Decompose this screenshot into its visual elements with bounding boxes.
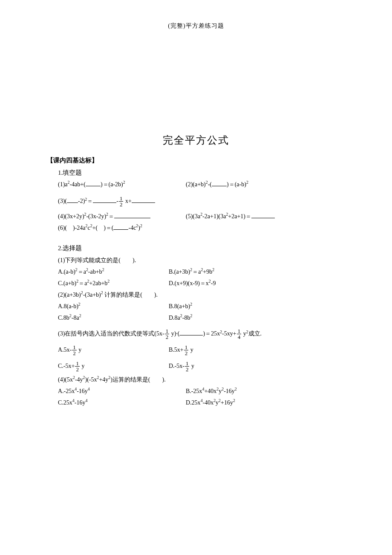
- text: A.(a-b): [58, 269, 75, 275]
- q2-2-option-b[interactable]: B.8(a+b)2: [169, 302, 345, 311]
- text: (3)在括号内选入适当的代数式使等式(5x-: [58, 330, 164, 337]
- fraction: 12: [72, 344, 77, 356]
- text: )＝25x: [203, 330, 220, 337]
- sup: 4: [85, 398, 87, 403]
- text: y: [242, 330, 246, 337]
- text: -4c: [128, 225, 136, 231]
- text: )-24a: [73, 225, 86, 231]
- text: )(-5x: [85, 376, 97, 383]
- q1-item-3: (3)(-2)2＝-12 x+: [58, 196, 345, 208]
- text: -(: [208, 181, 212, 188]
- text: y: [77, 347, 82, 353]
- q2-2-option-d[interactable]: D.8a2-8b2: [169, 313, 345, 322]
- numerator: 1: [184, 344, 189, 350]
- text: +16y: [221, 399, 233, 406]
- text: -5xy+: [222, 330, 236, 337]
- q2-4-row-cd: C.25x4-16y4 D.25x4-40x2y2+16y2: [58, 398, 345, 407]
- text: )＝(: [104, 225, 113, 231]
- text: -: [116, 198, 118, 204]
- q2-1-row-ab: A.(a-b)2＝a2-ab+b2 B.(a+3b)2＝a2+9b2: [58, 267, 345, 276]
- fraction: 12: [75, 361, 80, 373]
- text: )＝(a-b): [227, 181, 246, 188]
- q2-3-option-c[interactable]: C.-5x+12 y: [58, 361, 169, 373]
- numerator: 1: [185, 361, 190, 367]
- sup: 2: [212, 267, 214, 272]
- q2-4-option-b[interactable]: B.-25x4+40x2y2-16y2: [186, 387, 345, 396]
- text: ＝a: [78, 269, 86, 275]
- q2-1-option-a[interactable]: A.(a-b)2＝a2-ab+b2: [58, 267, 169, 276]
- q2-1-option-c[interactable]: C.(a+b)2＝a2+2ab+b2: [58, 279, 169, 288]
- q2-3-option-a[interactable]: A.5x-12 y: [58, 344, 169, 356]
- text: B.-25x: [186, 388, 202, 394]
- fill-blank[interactable]: [113, 223, 128, 230]
- q2-3-question: (3)在括号内选入适当的代数式使等式(5x-12 y)·()＝25x2-5xy+…: [58, 328, 345, 340]
- text: -16y: [77, 388, 88, 394]
- text: A.-25x: [58, 388, 75, 394]
- q2-3-option-b[interactable]: B.5x+12 y: [169, 344, 345, 356]
- q2-2-row-cd: C.8b2-8a2 D.8a2-8b2: [58, 313, 345, 322]
- denominator: 2: [185, 367, 190, 373]
- main-title: 完全平方公式: [47, 133, 345, 148]
- text: +40x: [204, 388, 216, 394]
- text: -2): [78, 198, 85, 204]
- text: D.-5x-: [169, 363, 184, 369]
- text: )运算的结果是( ).: [110, 376, 166, 383]
- text: D.8a: [169, 315, 180, 321]
- q2-1-option-d[interactable]: D.(x+9)(x-9)＝x2-9: [169, 279, 345, 288]
- sup: 2: [235, 387, 237, 391]
- text: y: [190, 363, 194, 369]
- text: (5)(3a: [186, 213, 200, 220]
- q2-1-row-cd: C.(a+b)2＝a2+2ab+b2 D.(x+9)(x-9)＝x2-9: [58, 279, 345, 288]
- sup: 2: [78, 302, 81, 306]
- fill-blank[interactable]: [67, 197, 78, 203]
- text: -ab+b: [88, 269, 102, 275]
- q2-3-row-ab: A.5x-12 y B.5x+12 y: [58, 344, 345, 356]
- numerator: 1: [75, 361, 80, 367]
- text: C.-5x+: [58, 363, 75, 369]
- q1-item-5: (5)(3a2-2a+1)(3a2+2a+1)＝: [186, 212, 345, 221]
- denominator: 2: [165, 334, 170, 340]
- text: y)·(: [170, 330, 179, 337]
- text: ＝: [108, 213, 114, 220]
- sup: 2: [190, 313, 192, 318]
- q1-row-1: (1)a2-4ab+()＝(a-2b)2 (2)(a+b)2-()＝(a-b)2: [58, 180, 345, 189]
- text: -40x: [203, 399, 214, 406]
- q2-2-option-a[interactable]: A.8(a-b)2: [58, 302, 169, 311]
- q2-4-option-c[interactable]: C.25x4-16y4: [58, 398, 186, 407]
- denominator: 2: [119, 202, 124, 208]
- page-header: (完整)平方差练习题: [47, 21, 345, 30]
- fraction: 12: [184, 344, 189, 356]
- q2-2-question: (2)(a+3b)2-(3a+b)2 计算的结果是( ).: [58, 290, 345, 299]
- denominator: 2: [184, 350, 189, 356]
- q2-2-option-c[interactable]: C.8b2-8a2: [58, 313, 169, 322]
- text: -16y: [224, 388, 235, 394]
- fill-blank[interactable]: [132, 197, 155, 203]
- fill-blank[interactable]: [114, 212, 150, 218]
- fill-blank[interactable]: [212, 180, 227, 186]
- fill-blank[interactable]: [179, 329, 203, 335]
- fill-blank[interactable]: [86, 180, 101, 186]
- fill-blank[interactable]: [251, 212, 275, 218]
- q2-4-option-d[interactable]: D.25x4-40x2y2+16y2: [186, 398, 345, 407]
- sup: 2: [79, 313, 81, 318]
- text: -8a: [72, 315, 79, 321]
- q2-4-option-a[interactable]: A.-25x4-16y4: [58, 387, 186, 396]
- q1-item-1: (1)a2-4ab+()＝(a-2b)2: [58, 180, 186, 189]
- text: 计算的结果是( ).: [103, 292, 158, 298]
- text: A.5x-: [58, 347, 72, 353]
- q2-3-option-d[interactable]: D.-5x-12 y: [169, 361, 345, 373]
- text: x+: [124, 198, 131, 204]
- q2-1-option-b[interactable]: B.(a+3b)2＝a2+9b2: [169, 267, 345, 276]
- numerator: 1: [72, 344, 77, 350]
- question-1-block: 1.填空题 (1)a2-4ab+()＝(a-2b)2 (2)(a+b)2-()＝…: [47, 168, 345, 407]
- text: -4y: [75, 376, 83, 383]
- text: 成立.: [248, 330, 262, 337]
- text: +9b: [203, 269, 212, 275]
- text: ＝a: [192, 269, 201, 275]
- q2-3-row-cd: C.-5x+12 y D.-5x-12 y: [58, 361, 345, 373]
- text: (4)(3x+2y): [58, 213, 84, 220]
- text: -2a+1)(3a: [202, 213, 226, 220]
- section-header: 【课内四基达标】: [47, 156, 345, 165]
- q1-item-4: (4)(3x+2y)2-(3x-2y)2＝: [58, 212, 186, 221]
- fill-blank[interactable]: [93, 197, 116, 203]
